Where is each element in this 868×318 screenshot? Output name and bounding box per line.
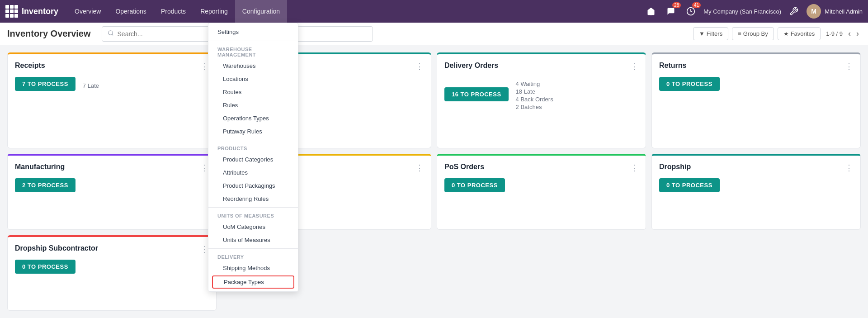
menu-settings[interactable]: Settings: [208, 25, 298, 39]
home-icon-btn[interactable]: [644, 4, 658, 19]
menu-product-packagings[interactable]: Product Packagings: [208, 179, 298, 192]
avatar: M: [807, 4, 821, 19]
prev-page-icon[interactable]: [848, 29, 851, 38]
app-name[interactable]: Inventory: [22, 7, 58, 16]
menu-package-types[interactable]: Package Types: [212, 275, 294, 289]
menu-putaway-rules[interactable]: Putaway Rules: [208, 125, 298, 138]
sub-header: Inventory Overview ▼ Filters ≡ Group By …: [0, 23, 868, 45]
filter-bar: ▼ Filters ≡ Group By ★ Favorites 1-9 / 9: [693, 27, 861, 40]
company-name: My Company (San Francisco): [703, 8, 781, 15]
delivery-header: Delivery: [208, 251, 298, 261]
card-title: Delivery Orders: [444, 62, 498, 70]
card-dropship-subcontractor: Dropship Subcontractor ⋮ 0 TO PROCESS: [7, 235, 217, 311]
next-page-icon[interactable]: [856, 29, 859, 38]
nav-operations[interactable]: Operations: [108, 0, 153, 23]
products-header: Products: [208, 142, 298, 153]
process-button[interactable]: 0 TO PROCESS: [659, 77, 720, 91]
menu-attributes[interactable]: Attributes: [208, 166, 298, 179]
menu-divider: [208, 41, 298, 41]
card-bottom: 0 TO PROCESS: [444, 178, 638, 192]
card-header: Receipts ⋮: [15, 62, 209, 71]
group-by-button[interactable]: ≡ Group By: [732, 27, 774, 40]
nav-overview[interactable]: Overview: [67, 0, 108, 23]
process-button[interactable]: 7 TO PROCESS: [15, 77, 75, 91]
tools-icon-btn[interactable]: [787, 4, 801, 19]
menu-divider4: [208, 248, 298, 249]
warehouse-management-header: Warehouse Management: [208, 43, 298, 59]
card-pos-orders: PoS Orders ⋮ 0 TO PROCESS: [437, 154, 646, 229]
menu-routes[interactable]: Routes: [208, 85, 298, 99]
card-menu-icon[interactable]: ⋮: [415, 163, 424, 173]
card-header: Manufacturing ⋮: [15, 163, 209, 173]
stat2: 18 Late: [516, 88, 553, 95]
units-of-measures-header: Units of Measures: [208, 209, 298, 220]
group-by-icon: ≡: [738, 30, 741, 37]
pagination-text: 1-9 / 9: [826, 30, 843, 37]
process-button[interactable]: 0 TO PROCESS: [659, 178, 720, 192]
search-icon: [108, 30, 114, 38]
nav-menu: Overview Operations Products Reporting C…: [67, 0, 287, 23]
card-menu-icon[interactable]: ⋮: [630, 163, 638, 173]
navbar-right: 28 41 My Company (San Francisco) M Mitch…: [644, 4, 863, 19]
card-title: Manufacturing: [15, 163, 65, 171]
user-name: Mitchell Admin: [825, 8, 863, 15]
card-menu-icon[interactable]: ⋮: [845, 163, 853, 173]
svg-line-2: [112, 34, 113, 36]
process-button[interactable]: 2 TO PROCESS: [15, 178, 75, 192]
card-header: Returns ⋮: [659, 62, 853, 71]
card-receipts: Receipts ⋮ 7 TO PROCESS 7 Late: [7, 52, 217, 148]
card-title: Receipts: [15, 62, 45, 70]
group-by-label: Group By: [743, 30, 768, 37]
card-delivery-orders: Delivery Orders ⋮ 16 TO PROCESS 4 Waitin…: [437, 52, 646, 148]
configuration-dropdown: Settings Warehouse Management Warehouses…: [208, 23, 298, 292]
card-menu-icon[interactable]: ⋮: [415, 62, 424, 71]
user-menu[interactable]: M Mitchell Admin: [807, 4, 863, 19]
card-bottom: 0 TO PROCESS: [659, 77, 853, 91]
menu-reordering-rules[interactable]: Reordering Rules: [208, 192, 298, 205]
card-title: Dropship: [659, 163, 691, 171]
main-content: Receipts ⋮ 7 TO PROCESS 7 Late Internal …: [0, 45, 868, 318]
page-title: Inventory Overview: [7, 28, 91, 39]
menu-warehouses[interactable]: Warehouses: [208, 59, 298, 72]
navbar-left: Inventory Overview Operations Products R…: [5, 0, 287, 23]
process-button[interactable]: 0 TO PROCESS: [15, 260, 75, 274]
card-stat1: 7 Late: [83, 82, 99, 89]
menu-uom-categories[interactable]: UoM Categories: [208, 220, 298, 233]
chat-icon-btn[interactable]: 28: [664, 4, 678, 19]
nav-configuration[interactable]: Configuration: [235, 0, 287, 23]
clock-badge: 41: [692, 2, 701, 8]
filters-label: Filters: [707, 30, 722, 37]
svg-point-1: [108, 31, 112, 35]
stat1: 4 Waiting: [516, 81, 553, 87]
favorites-button[interactable]: ★ Favorites: [778, 27, 821, 40]
menu-units-of-measures[interactable]: Units of Measures: [208, 233, 298, 247]
process-button[interactable]: 16 TO PROCESS: [444, 87, 509, 101]
menu-locations[interactable]: Locations: [208, 72, 298, 85]
nav-products[interactable]: Products: [154, 0, 193, 23]
app-grid-icon[interactable]: [5, 5, 18, 18]
stat4: 2 Batches: [516, 104, 553, 110]
card-menu-icon[interactable]: ⋮: [845, 62, 853, 71]
card-bottom: 0 TO PROCESS: [15, 260, 209, 274]
menu-shipping-methods[interactable]: Shipping Methods: [208, 261, 298, 275]
stat3: 4 Back Orders: [516, 96, 553, 103]
card-bottom: 0 TO PROCESS: [659, 178, 853, 192]
menu-rules[interactable]: Rules: [208, 99, 298, 112]
card-dropship: Dropship ⋮ 0 TO PROCESS: [651, 154, 861, 229]
card-bottom: 7 TO PROCESS 7 Late: [15, 77, 209, 91]
clock-icon-btn[interactable]: 41: [684, 4, 698, 19]
card-title: Returns: [659, 62, 686, 70]
card-header: Delivery Orders ⋮: [444, 62, 638, 71]
process-button[interactable]: 0 TO PROCESS: [444, 178, 505, 192]
card-bottom: 2 TO PROCESS: [15, 178, 209, 192]
filters-button[interactable]: ▼ Filters: [693, 27, 728, 40]
card-manufacturing: Manufacturing ⋮ 2 TO PROCESS: [7, 154, 217, 229]
menu-operations-types[interactable]: Operations Types: [208, 112, 298, 125]
card-returns: Returns ⋮ 0 TO PROCESS: [651, 52, 861, 148]
card-menu-icon[interactable]: ⋮: [630, 62, 638, 71]
card-header: Dropship Subcontractor ⋮: [15, 244, 209, 254]
nav-reporting[interactable]: Reporting: [193, 0, 235, 23]
pagination: 1-9 / 9: [824, 29, 861, 38]
menu-product-categories[interactable]: Product Categories: [208, 153, 298, 166]
card-bottom: 16 TO PROCESS 4 Waiting 18 Late 4 Back O…: [444, 77, 638, 111]
